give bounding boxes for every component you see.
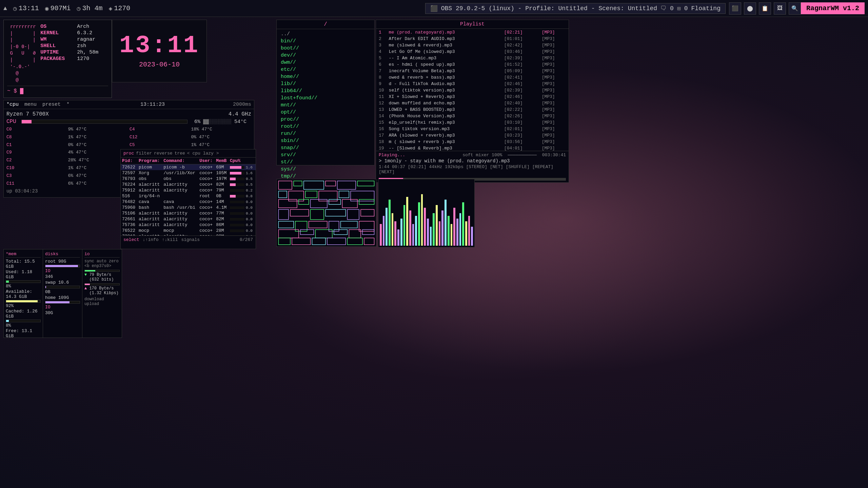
cpu-tab-preset[interactable]: preset [42,102,61,107]
proc-select[interactable]: select [123,237,139,242]
file-item[interactable]: etc/ [277,66,374,73]
obs-camera-btn[interactable]: 🖼 [774,2,786,15]
file-item[interactable]: lib/ [277,80,374,87]
pkg-icon: ◈ [108,5,112,12]
cpu-tab-menu[interactable]: menu [24,102,37,107]
proc-info[interactable]: ↓↑info [143,237,159,242]
file-item[interactable]: proc/ [277,116,374,123]
proc-tab-cpu[interactable]: < cpu lazy > [187,151,219,156]
proc-row[interactable]: 72661 alacritt alacritty coco+ 82M 0.0 [121,216,256,222]
disk-io1: IO [45,268,80,273]
pkgs-value: 1270 [76,56,108,62]
file-item[interactable]: snap/ [277,144,374,151]
os-label: OS [39,23,76,30]
playlist-row[interactable]: 8 owed & reverb + bass).mp3 [02:41] [MP3… [377,75,568,80]
proc-row[interactable]: 72597 Xorg /usr/lib/Xor coco+ 105M 1.6 [121,170,256,176]
viz-bar [441,210,443,246]
playlist-row[interactable]: 11 XI + Slowed + Reverb}.mp3 [02:46] [MP… [377,94,568,100]
playlist-row[interactable]: 3 me (slowed & reverd).mp3 [02:42] [MP3] [377,42,568,48]
cpu-tab-cpu[interactable]: *cpu [6,102,19,107]
proc-row[interactable]: 75960 bash bash /usr/bi coco+ 4.1M 0.0 [121,205,256,210]
playlist-row[interactable]: 1 me (prod. nategoyard).mp3 [02:21] [MP3… [377,29,568,35]
proc-row[interactable]: 76224 alacritt alacritty coco+ 82M 0.5 [121,182,256,187]
proc-row[interactable]: 516 irq/64-n root 0B 0.8 [121,193,256,199]
file-item[interactable]: dev/ [277,52,374,59]
file-item[interactable]: st/ [277,159,374,166]
file-item[interactable]: lib64/ [277,87,374,95]
proc-row[interactable]: 75736 alacritt alacritty coco+ 86M 0.0 [121,222,256,228]
playlist-row[interactable]: 6 es - hdmi ( speed up).mp3 [01:52] [MP3… [377,62,568,67]
proc-header: proc filter reverse tree < cpu lazy > [121,149,256,158]
topbar-arch: ▲ [3,5,7,12]
proc-row[interactable]: 72622 picom picom -b coco+ 69M 1.6 [121,164,256,170]
playlist-row[interactable]: 12 down muffled and echo.mp3 [02:40] [MP… [377,100,568,106]
proc-kill[interactable]: ↑↓kill [162,237,178,242]
obs-search-btn[interactable]: 🔍 [789,2,801,15]
uptime-value: 2h, 58m [76,49,108,56]
disks-panel-title: disks [45,251,80,258]
viz-bar [418,202,420,246]
core-c4: C4 [130,126,190,133]
playing-title: > 1monly - stay with me (prod. nategoyar… [379,158,566,164]
mem-used-pct: 8% [6,284,41,289]
playlist-row[interactable]: 5 -- I Am Atomic.mp3 [02:39] [MP3] [377,55,568,61]
playlist-row[interactable]: 15 elp_urself(hxi remix).mp3 [03:10] [MP… [377,120,568,125]
file-item[interactable]: sys/ [277,166,374,173]
proc-row[interactable]: 76793 obs obs coco+ 197M 0.5 [121,176,256,182]
file-item[interactable]: bin/ [277,38,374,45]
file-item[interactable]: lost+found/ [277,95,374,102]
proc-tab-tree[interactable]: tree [175,151,185,156]
files-list: ../bin/boot/dev/dwm/etc/home/lib/lib64/l… [277,29,374,188]
clock-icon: ◷ [13,5,17,12]
playlist-row[interactable]: 19 -- [Slowed & Reverb].mp3 [04:01] [MP3… [377,145,568,151]
proc-row[interactable]: 76522 mocp mocp coco+ 28M 0.0 [121,228,256,233]
playlist-row[interactable]: 14 (Phonk House Version).mp3 [02:26] [MP… [377,113,568,119]
mem-used-row: Used: 1.18 GiB [6,269,41,280]
file-item[interactable]: srv/ [277,151,374,159]
prompt-symbol: ~ $ [7,88,20,94]
obs-chat-icon: 🗨 [660,5,667,12]
mem-panel-title: *mem [6,251,41,258]
file-item[interactable]: home/ [277,73,374,80]
viz-bar [380,224,382,246]
obs-stop-btn[interactable]: ⬛ [729,2,741,15]
proc-signals[interactable]: signals [181,237,200,242]
playlist-row[interactable]: 18 m ( slowed + reverb ).mp3 [03:56] [MP… [377,139,568,145]
playlist-row[interactable]: 16 Song tiktok version.mp3 [02:01] [MP3] [377,126,568,132]
viz-bar [409,210,411,246]
file-item[interactable]: root/ [277,123,374,130]
file-item[interactable]: sbin/ [277,137,374,144]
proc-tab-filter[interactable]: filter [136,151,152,156]
file-item[interactable]: mnt/ [277,102,374,109]
proc-tab-reverse[interactable]: reverse [154,151,173,156]
proc-row[interactable]: 76482 cava cava coco+ 14M 0.0 [121,199,256,205]
pkgs-label: PACKAGES [39,56,76,62]
obs-screenshot-btn[interactable]: 📋 [759,2,771,15]
playing-info: 1:44 00:37 [02:21] 44kHz 192kbps [STEREO… [379,164,566,175]
proc-row[interactable]: 75106 alacritt alacritty coco+ 77M 0.0 [121,210,256,216]
playlist-row[interactable]: 2 After Dark EDIT AUDIO.mp3 [01:01] [MP3… [377,36,568,42]
file-item[interactable]: boot/ [277,45,374,52]
proc-tab-proc[interactable]: proc [123,151,134,156]
file-item[interactable]: run/ [277,130,374,137]
playlist-row[interactable]: 7 inecraft Volume Beta).mp3 [05:09] [MP3… [377,68,568,74]
core-c2: C2 [6,157,67,164]
cpu-tab-star[interactable]: * [66,102,70,107]
playlist-row[interactable]: 9 d - Full TikTok Audio.mp3 [02:46] [MP3… [377,81,568,87]
file-item[interactable]: opt/ [277,109,374,116]
obs-record-btn[interactable]: ⬤ [744,2,756,15]
proc-row[interactable]: 75912 alacritt alacritty coco+ 79M 0.2 [121,187,256,193]
playlist-row[interactable]: 10 self (tiktok version).mp3 [02:39] [MP… [377,87,568,93]
net-panel-title: io [84,251,120,258]
file-item[interactable]: dwm/ [277,59,374,66]
playlist-row[interactable]: 4 Let Go Of Me (slowed).mp3 [03:46] [MP3… [377,49,568,55]
viz-bar [453,208,455,246]
disk-home-row: home 109G [45,295,80,300]
playlist-row[interactable]: 13 LOWED + BASS BOOSTED).mp3 [02:22] [MP… [377,107,568,113]
core-c8: C8 [6,134,67,141]
cpu-bar-fill [22,120,32,123]
viz-bar [394,221,396,246]
file-item[interactable]: ../ [277,30,374,38]
viz-bar [392,213,394,246]
playlist-row[interactable]: 17 ARA (slowed + reverb).mp3 [03:23] [MP… [377,133,568,138]
